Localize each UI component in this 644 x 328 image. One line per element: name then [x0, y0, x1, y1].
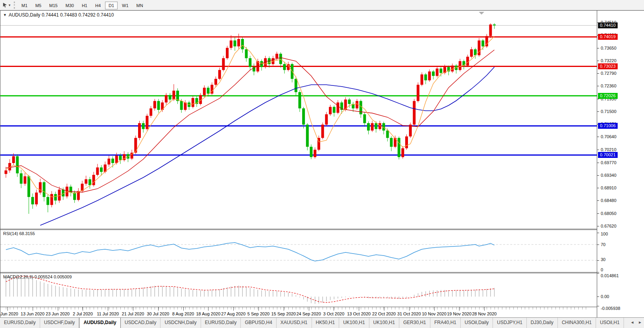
price-chart[interactable] [0, 11, 597, 229]
chart-tab-usdchf-daily[interactable]: USDCHF,Daily [40, 318, 79, 328]
date-label: 2 Jul 2020 [73, 311, 93, 316]
chart-tab-audusd-daily[interactable]: AUDUSD,Daily [79, 318, 120, 328]
chart-tab-usoil-daily[interactable]: USOil,Daily [461, 318, 493, 328]
chart-tab-fra40-h1[interactable]: FRA40,H1 [430, 318, 461, 328]
bar-tick-mark [586, 307, 586, 309]
bar-tick-mark [109, 307, 109, 309]
bar-tick-mark [254, 307, 255, 309]
bar-tick-mark [48, 307, 48, 309]
rsi-panel[interactable] [0, 230, 597, 272]
timeframe-button-w1[interactable]: W1 [118, 2, 132, 9]
chart-tab-hk50-h1[interactable]: HK50,H1 [312, 318, 340, 328]
timeframe-button-d1[interactable]: D1 [105, 2, 118, 9]
timeframe-button-mn[interactable]: MN [133, 2, 147, 9]
price-tick-mark [597, 111, 599, 112]
bar-tick-mark [338, 307, 338, 309]
chart-tab-usdcad-daily[interactable]: USDCAD,Daily [121, 318, 161, 328]
price-tick-label: 0.72790 [601, 71, 616, 76]
bar-tick-mark [441, 307, 441, 309]
date-tick-mark [33, 307, 33, 311]
chart-tab-eurusd-daily[interactable]: EURUSD,Daily [0, 318, 40, 328]
bar-tick-mark [21, 307, 22, 309]
chart-shift-marker[interactable] [479, 12, 484, 15]
bar-tick-mark [78, 307, 79, 309]
price-badge-support-line: 0.70021 [598, 152, 618, 158]
collapse-icon[interactable]: ▼ [3, 13, 7, 17]
bar-tick-mark [71, 307, 71, 309]
tab-scroll-right-icon[interactable]: ► [636, 318, 644, 328]
bar-tick-mark [220, 307, 220, 309]
timeframe-button-m15[interactable]: M15 [46, 2, 61, 9]
timeframe-button-h1[interactable]: H1 [78, 2, 91, 9]
bar-tick-mark [475, 307, 476, 309]
bar-tick-mark [395, 307, 395, 309]
chart-tab-uk100-h1[interactable]: UK100,H1 [369, 318, 399, 328]
bar-tick-mark [464, 307, 464, 309]
bar-tick-mark [567, 307, 567, 309]
bar-tick-mark [345, 307, 346, 309]
bar-tick-mark [162, 307, 163, 309]
timeframe-button-h4[interactable]: H4 [92, 2, 104, 9]
bar-tick-mark [159, 307, 159, 309]
tabbar-spacer [624, 318, 628, 328]
bar-tick-mark [13, 307, 14, 309]
bar-tick-mark [155, 307, 155, 309]
date-label: 18 Aug 2020 [196, 311, 220, 316]
chart-tab-gbpusd-h4[interactable]: GBPUSD,H4 [241, 318, 276, 328]
bar-tick-mark [128, 307, 128, 309]
toolbar-grip[interactable] [14, 2, 15, 9]
bar-tick-mark [380, 307, 380, 309]
bar-tick-mark [445, 307, 445, 309]
bar-tick-mark [498, 307, 498, 309]
bar-tick-mark [277, 307, 277, 309]
bar-tick-mark [525, 307, 525, 309]
rsi-line [6, 243, 495, 261]
bar-tick-mark [315, 307, 316, 309]
bar-tick-mark [327, 307, 327, 309]
tab-scroll-left-icon[interactable]: ◄ [628, 318, 636, 328]
bar-tick-mark [509, 307, 510, 309]
date-tick-mark [484, 307, 485, 311]
bar-tick-mark [231, 307, 231, 309]
bar-tick-mark [483, 307, 483, 309]
bar-tick-mark [365, 307, 365, 309]
price-axis[interactable]: 0.745100.740800.736500.732200.727900.723… [597, 11, 644, 318]
chart-tab-usoil-h1[interactable]: USOil,H1 [596, 318, 624, 328]
bar-tick-mark [323, 307, 323, 309]
timeframe-button-m5[interactable]: M5 [32, 2, 45, 9]
chart-tab-usdcnh-daily[interactable]: USDCNH,Daily [161, 318, 201, 328]
price-tick-mark [597, 73, 599, 74]
chart-tab-xauusd-h1[interactable]: XAUUSD,H1 [277, 318, 312, 328]
bar-tick-mark [300, 307, 300, 309]
timeframe-buttons: M1M5M15M30H1H4D1W1MN [18, 2, 148, 9]
chart-tab-uk100-h1[interactable]: UK100,H1 [339, 318, 369, 328]
rsi-tick-mark [597, 272, 599, 272]
chart-tab-china300-h1[interactable]: CHINA300,H1 [558, 318, 596, 328]
time-axis[interactable]: 4 Jun 202013 Jun 202023 Jun 20202 Jul 20… [0, 307, 597, 318]
bar-tick-mark [376, 307, 376, 309]
timeframe-button-m30[interactable]: M30 [62, 2, 78, 9]
chevron-down-icon[interactable]: ▾ [9, 3, 11, 7]
bar-tick-mark [495, 307, 495, 309]
date-label: 30 Jul 2020 [147, 311, 169, 316]
macd-axis-label: 0.014861 [601, 273, 619, 278]
bar-tick-mark [349, 307, 350, 309]
ma-slow-blue-line [40, 67, 494, 225]
date-label: 13 Jun 2020 [21, 311, 45, 316]
chart-tab-eurusd-daily[interactable]: EURUSD,Daily [201, 318, 241, 328]
chart-tab-ger30-h1[interactable]: GER30,H1 [399, 318, 430, 328]
price-tick-label: 0.68480 [601, 198, 616, 203]
chart-tab-usdjpy-h1[interactable]: USDJPY,H1 [493, 318, 526, 328]
date-tick-mark [158, 307, 159, 311]
date-label: 5 Sep 2020 [247, 311, 269, 316]
mt4-window: ▾ M1M5M15M30H1H4D1W1MN ▼ AUDUSD,Daily 0.… [0, 0, 644, 328]
bar-tick-mark [67, 307, 67, 309]
pointer-tool-icon[interactable] [2, 2, 9, 9]
timeframe-button-m1[interactable]: M1 [18, 2, 31, 9]
bar-tick-mark [10, 307, 10, 309]
bar-tick-mark [574, 307, 575, 309]
rsi-indicator-label: RSI(14) 68.3155 [3, 231, 35, 236]
macd-panel[interactable] [0, 273, 597, 307]
chart-tab-dj30-daily[interactable]: DJ30,Daily [527, 318, 558, 328]
bar-tick-mark [143, 307, 144, 309]
